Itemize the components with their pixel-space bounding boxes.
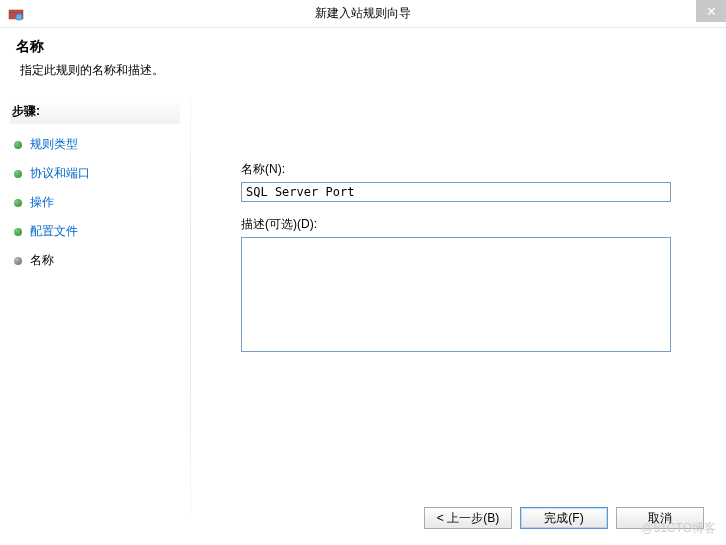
wizard-body: 步骤: 规则类型 协议和端口 操作 配置文件 名称 名称(N): 描述(可选)(… [0,91,726,521]
svg-point-7 [17,14,22,19]
step-rule-type[interactable]: 规则类型 [10,130,180,159]
step-bullet-icon [14,141,22,149]
step-label: 规则类型 [30,136,78,153]
form-panel: 名称(N): 描述(可选)(D): [191,91,726,521]
step-label: 操作 [30,194,54,211]
page-title: 名称 [16,38,710,56]
steps-heading: 步骤: [10,99,180,124]
back-button[interactable]: < 上一步(B) [424,507,512,529]
step-bullet-icon [14,257,22,265]
step-profile[interactable]: 配置文件 [10,217,180,246]
description-input[interactable] [241,237,671,352]
cancel-button[interactable]: 取消 [616,507,704,529]
step-bullet-icon [14,199,22,207]
close-button[interactable]: ✕ [696,0,726,22]
finish-button[interactable]: 完成(F) [520,507,608,529]
step-label: 协议和端口 [30,165,90,182]
firewall-icon [8,6,24,22]
titlebar: 新建入站规则向导 ✕ [0,0,726,28]
step-protocol-ports[interactable]: 协议和端口 [10,159,180,188]
window-title: 新建入站规则向导 [315,5,411,22]
page-subtitle: 指定此规则的名称和描述。 [16,62,710,79]
step-label: 配置文件 [30,223,78,240]
step-action[interactable]: 操作 [10,188,180,217]
step-bullet-icon [14,170,22,178]
wizard-footer: < 上一步(B) 完成(F) 取消 [424,507,704,529]
wizard-header: 名称 指定此规则的名称和描述。 [0,28,726,91]
name-input[interactable] [241,182,671,202]
description-label: 描述(可选)(D): [241,216,696,233]
step-name[interactable]: 名称 [10,246,180,275]
steps-sidebar: 步骤: 规则类型 协议和端口 操作 配置文件 名称 [0,91,190,521]
step-label: 名称 [30,252,54,269]
step-bullet-icon [14,228,22,236]
name-label: 名称(N): [241,161,696,178]
